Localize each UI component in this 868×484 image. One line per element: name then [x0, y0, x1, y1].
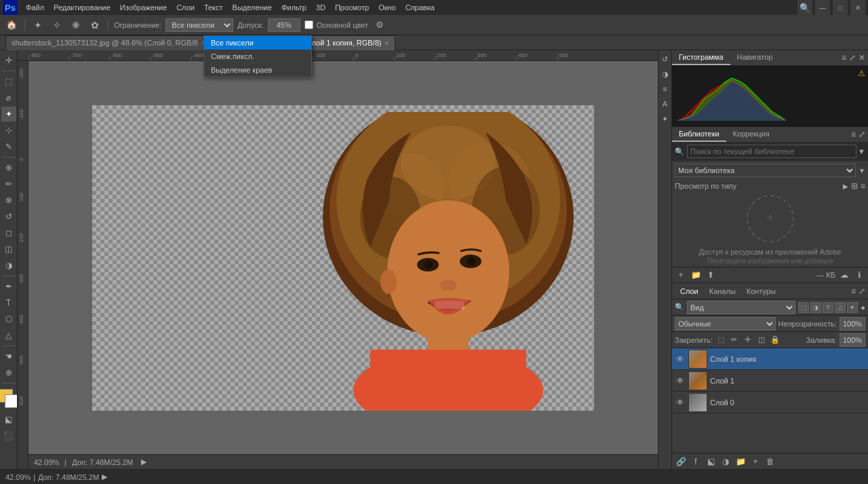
layers-panel-expand[interactable]: ⤢	[859, 286, 865, 296]
dodge-tool[interactable]: ◑	[1, 258, 16, 273]
layer-row-0[interactable]: 👁 Слой 1 копия	[672, 348, 868, 370]
path-tool[interactable]: ⬡	[1, 312, 16, 327]
menu-filter[interactable]: Фильтр	[277, 2, 311, 13]
lock-artboard-btn[interactable]: ◫	[756, 335, 767, 346]
tab-libraries[interactable]: Библиотеки	[672, 127, 726, 142]
menu-text[interactable]: Текст	[200, 2, 227, 13]
gradient-tool[interactable]: ◫	[1, 242, 16, 257]
menu-select[interactable]: Выделение	[229, 2, 276, 13]
tab-paths[interactable]: Контуры	[741, 286, 781, 297]
char-icon[interactable]: ✦	[659, 113, 671, 125]
layer-row-1[interactable]: 👁 Слой 1	[672, 370, 868, 392]
tab-layers[interactable]: Слои	[675, 286, 704, 297]
tool-icon-1[interactable]: ✦	[31, 18, 45, 33]
eraser-tool[interactable]: ◻	[1, 225, 16, 240]
opacity-input[interactable]	[840, 317, 865, 331]
panel-expand-btn[interactable]: ⤢	[849, 53, 856, 62]
lock-pixels-btn[interactable]: ✏	[729, 335, 740, 346]
selection-tool[interactable]: ⬚	[1, 74, 16, 89]
menu-window[interactable]: Окно	[374, 2, 400, 13]
menu-image[interactable]: Изображение	[116, 2, 171, 13]
filter-pixel-icon[interactable]: ⬚	[798, 302, 809, 313]
canvas-content[interactable]	[28, 61, 658, 454]
menu-3d[interactable]: 3D	[312, 2, 330, 13]
healing-tool[interactable]: ⊕	[1, 160, 16, 175]
layer-style-btn[interactable]: f	[690, 455, 702, 468]
type-icon[interactable]: A	[659, 98, 671, 110]
adjustments-icon[interactable]: ◑	[659, 68, 671, 80]
zoom-tool[interactable]: ⊕	[1, 365, 16, 380]
dropdown-item-1[interactable]: Смеж.пиксл.	[204, 50, 311, 63]
new-layer-btn[interactable]: +	[749, 455, 762, 468]
lib-info-btn[interactable]: ℹ	[853, 269, 865, 281]
menu-layers[interactable]: Слои	[172, 2, 199, 13]
lib-panel-menu[interactable]: ≡	[851, 130, 856, 139]
constraint-select[interactable]: Все пиксели Смеж.пиксл. Выделение краев	[165, 18, 233, 32]
lib-add-btn[interactable]: +	[675, 269, 687, 281]
antialias-checkbox[interactable]	[304, 20, 313, 29]
magic-wand-tool[interactable]: ✦	[1, 107, 16, 122]
tool-icon-2[interactable]: ✧	[50, 18, 64, 33]
layer-2-name[interactable]: Слой 0	[710, 398, 865, 407]
blend-mode-select[interactable]: Обычные	[675, 317, 776, 331]
tab-1[interactable]: shutterstock_1130573132.jpg @ 48.6% (Сло…	[5, 35, 212, 50]
lib-search-input[interactable]	[687, 145, 856, 158]
lib-list-view-btn[interactable]: ≡	[861, 181, 865, 191]
shape-tool[interactable]: △	[1, 328, 16, 343]
filter-shape-icon[interactable]: △	[835, 302, 846, 313]
tab-navigator[interactable]: Навигатор	[730, 50, 780, 65]
home-btn[interactable]: 🏠	[4, 18, 19, 33]
maximize-btn[interactable]: □	[833, 0, 848, 15]
tab-channels[interactable]: Каналы	[704, 286, 741, 297]
pen-tool[interactable]: ✒	[1, 279, 16, 294]
tab-correction[interactable]: Коррекция	[726, 127, 776, 142]
dropdown-item-0[interactable]: Все пиксели	[204, 36, 311, 50]
background-color[interactable]	[5, 394, 18, 408]
move-tool[interactable]: ✛	[1, 53, 16, 68]
lib-upload-btn[interactable]: ⬆	[705, 269, 717, 281]
lasso-tool[interactable]: ⌀	[1, 90, 16, 105]
layers-icon[interactable]: ≡	[659, 83, 671, 95]
lib-view-chevron[interactable]: ▶	[843, 183, 848, 190]
filter-smart-icon[interactable]: ✦	[847, 302, 858, 313]
filter-text-icon[interactable]: T	[823, 302, 833, 313]
lib-search-dropdown-icon[interactable]: ▼	[858, 147, 865, 155]
tolerance-input[interactable]	[268, 18, 300, 32]
history-tool[interactable]: ↺	[1, 209, 16, 224]
search-btn[interactable]: 🔍	[797, 0, 812, 15]
tab-histogram[interactable]: Гистограмма	[672, 50, 730, 65]
text-tool[interactable]: T	[1, 295, 16, 310]
crop-tool[interactable]: ⊹	[1, 123, 16, 138]
bottom-arrow[interactable]: ▶	[102, 472, 107, 481]
filter-adjust-icon[interactable]: ◑	[810, 302, 821, 313]
layer-1-name[interactable]: Слой 1	[710, 377, 865, 385]
layer-2-visibility[interactable]: 👁	[675, 398, 686, 407]
layers-kind-filter[interactable]: Вид	[687, 301, 795, 314]
lib-cloud-btn[interactable]: ☁	[838, 269, 850, 281]
lock-position-btn[interactable]: ✛	[743, 335, 753, 346]
menu-file[interactable]: Файл	[22, 2, 48, 13]
lib-grid-view-btn[interactable]: ⊞	[851, 181, 858, 191]
filter-toggle[interactable]: ●	[861, 303, 865, 312]
link-layers-btn[interactable]: 🔗	[675, 455, 687, 468]
lib-panel-expand[interactable]: ⤢	[859, 130, 865, 139]
panel-close-btn[interactable]: ✕	[859, 53, 865, 62]
layer-0-name[interactable]: Слой 1 копия	[710, 355, 865, 363]
hand-tool[interactable]: ☚	[1, 349, 16, 364]
layer-mask-btn[interactable]: ⬕	[705, 455, 717, 468]
screen-mode-btn[interactable]: ⬛	[1, 428, 16, 443]
menu-help[interactable]: Справка	[401, 2, 439, 13]
menu-view[interactable]: Просмотр	[331, 2, 373, 13]
tab-2-close[interactable]: ✕	[384, 39, 389, 47]
layer-1-visibility[interactable]: 👁	[675, 376, 686, 386]
group-layers-btn[interactable]: 📁	[734, 455, 747, 468]
eyedropper-tool[interactable]: ✎	[1, 139, 16, 154]
lib-folder-btn[interactable]: 📁	[690, 269, 702, 281]
minimize-btn[interactable]: —	[815, 0, 830, 15]
close-btn[interactable]: ✕	[850, 0, 865, 15]
panel-menu-btn[interactable]: ≡	[842, 53, 846, 62]
brush-options-btn[interactable]: ⚙	[372, 18, 387, 33]
fill-input[interactable]	[840, 333, 865, 347]
layer-0-visibility[interactable]: 👁	[675, 354, 686, 364]
canvas-area[interactable]: -800 -700 -600 -500 -400 -300 -200 -100	[18, 50, 658, 469]
